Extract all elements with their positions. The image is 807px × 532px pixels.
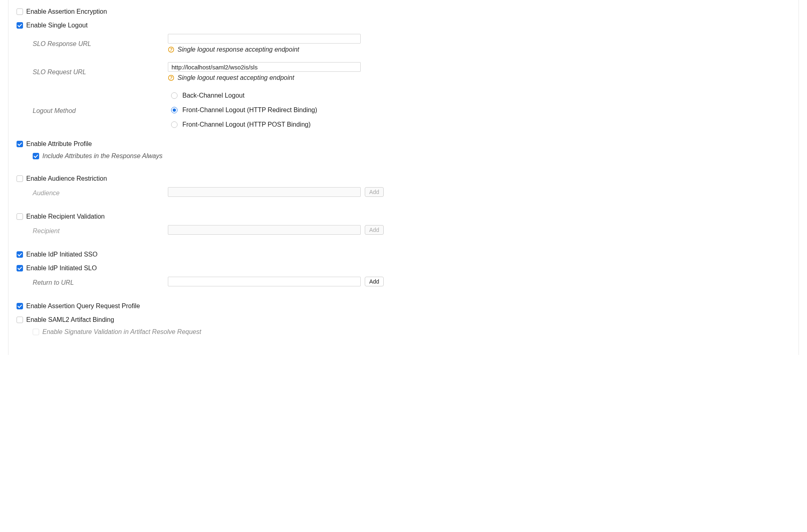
enable-recipient-validation-label[interactable]: Enable Recipient Validation xyxy=(26,213,105,220)
enable-saml2-artifact-label[interactable]: Enable SAML2 Artifact Binding xyxy=(26,316,114,323)
slo-response-url-row: SLO Response URL ? Single logout respons… xyxy=(17,32,790,61)
enable-recipient-validation-checkbox[interactable] xyxy=(17,213,23,220)
include-attributes-always-label[interactable]: Include Attributes in the Response Alway… xyxy=(42,152,163,160)
enable-assertion-query-row: Enable Assertion Query Request Profile xyxy=(17,299,790,313)
slo-request-url-helper-text: Single logout request accepting endpoint xyxy=(178,74,294,81)
logout-method-label: Logout Method xyxy=(17,90,168,115)
slo-request-url-label: SLO Request URL xyxy=(17,62,168,76)
saml-config-panel: Enable Assertion Encryption Enable Singl… xyxy=(8,0,799,355)
include-attributes-always-checkbox[interactable] xyxy=(33,153,39,159)
enable-assertion-encryption-label[interactable]: Enable Assertion Encryption xyxy=(26,8,107,15)
recipient-add-button: Add xyxy=(365,225,384,235)
recipient-row: Recipient Add xyxy=(17,223,790,237)
enable-idp-sso-row: Enable IdP Initiated SSO xyxy=(17,248,790,261)
logout-method-radio-group: Back-Channel Logout Front-Channel Logout… xyxy=(168,90,790,130)
audience-label: Audience xyxy=(17,187,168,197)
enable-attribute-profile-label[interactable]: Enable Attribute Profile xyxy=(26,140,92,148)
return-to-url-row: Return to URL Add xyxy=(17,275,790,289)
enable-single-logout-row: Enable Single Logout xyxy=(17,19,790,32)
enable-idp-slo-checkbox[interactable] xyxy=(17,265,23,271)
enable-sig-validation-artifact-checkbox xyxy=(33,329,39,335)
enable-idp-slo-row: Enable IdP Initiated SLO xyxy=(17,261,790,275)
slo-response-url-label: SLO Response URL xyxy=(17,34,168,48)
logout-method-front-redirect-radio[interactable] xyxy=(171,107,178,113)
enable-sig-validation-artifact-row: Enable Signature Validation in Artifact … xyxy=(33,327,790,337)
enable-assertion-encryption-row: Enable Assertion Encryption xyxy=(17,5,790,19)
enable-attribute-profile-checkbox[interactable] xyxy=(17,141,23,147)
logout-method-front-post-label[interactable]: Front-Channel Logout (HTTP POST Binding) xyxy=(182,121,311,128)
recipient-label: Recipient xyxy=(17,225,168,235)
enable-attribute-profile-row: Enable Attribute Profile xyxy=(17,137,790,151)
enable-audience-restriction-label[interactable]: Enable Audience Restriction xyxy=(26,175,107,182)
include-attributes-always-row: Include Attributes in the Response Alway… xyxy=(33,151,790,161)
enable-single-logout-label[interactable]: Enable Single Logout xyxy=(26,22,88,29)
audience-add-button: Add xyxy=(365,187,384,197)
slo-request-url-input[interactable] xyxy=(168,62,361,72)
enable-assertion-encryption-checkbox[interactable] xyxy=(17,8,23,15)
return-to-url-add-button[interactable]: Add xyxy=(365,277,384,286)
enable-single-logout-checkbox[interactable] xyxy=(17,22,23,29)
enable-saml2-artifact-checkbox[interactable] xyxy=(17,317,23,323)
audience-input xyxy=(168,187,361,197)
enable-idp-sso-checkbox[interactable] xyxy=(17,251,23,258)
enable-sig-validation-artifact-label: Enable Signature Validation in Artifact … xyxy=(42,328,201,336)
slo-request-url-helper: ? Single logout request accepting endpoi… xyxy=(168,74,790,81)
slo-response-url-input[interactable] xyxy=(168,34,361,44)
audience-row: Audience Add xyxy=(17,186,790,199)
logout-method-row: Logout Method Back-Channel Logout Front-… xyxy=(17,89,790,137)
enable-audience-restriction-row: Enable Audience Restriction xyxy=(17,172,790,186)
slo-response-url-helper-text: Single logout response accepting endpoin… xyxy=(178,46,299,53)
enable-audience-restriction-checkbox[interactable] xyxy=(17,175,23,182)
logout-method-back-channel-label[interactable]: Back-Channel Logout xyxy=(182,92,245,99)
svg-text:?: ? xyxy=(170,76,172,80)
enable-idp-sso-label[interactable]: Enable IdP Initiated SSO xyxy=(26,251,98,258)
enable-saml2-artifact-row: Enable SAML2 Artifact Binding xyxy=(17,313,790,327)
return-to-url-label: Return to URL xyxy=(17,277,168,286)
logout-method-front-redirect-label[interactable]: Front-Channel Logout (HTTP Redirect Bind… xyxy=(182,106,317,114)
enable-assertion-query-label[interactable]: Enable Assertion Query Request Profile xyxy=(26,303,140,310)
enable-recipient-validation-row: Enable Recipient Validation xyxy=(17,210,790,223)
logout-method-back-channel-radio[interactable] xyxy=(171,92,178,99)
help-icon: ? xyxy=(168,75,174,81)
slo-request-url-row: SLO Request URL ? Single logout request … xyxy=(17,61,790,89)
return-to-url-input[interactable] xyxy=(168,277,361,286)
recipient-input xyxy=(168,225,361,235)
enable-idp-slo-label[interactable]: Enable IdP Initiated SLO xyxy=(26,265,97,272)
svg-text:?: ? xyxy=(170,48,172,52)
enable-assertion-query-checkbox[interactable] xyxy=(17,303,23,309)
slo-response-url-helper: ? Single logout response accepting endpo… xyxy=(168,46,790,53)
logout-method-front-post-radio[interactable] xyxy=(171,121,178,128)
help-icon: ? xyxy=(168,46,174,53)
